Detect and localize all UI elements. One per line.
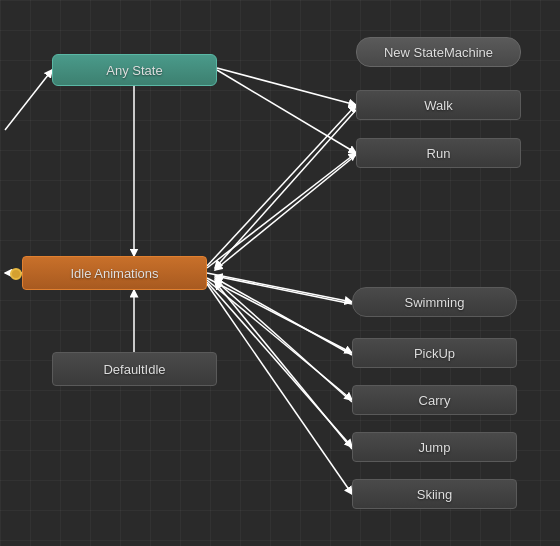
pickup-label: PickUp: [414, 346, 455, 361]
new-state-machine-node[interactable]: New StateMachine: [356, 37, 521, 67]
svg-line-4: [207, 105, 356, 266]
idle-animations-label: Idle Animations: [70, 266, 158, 281]
run-node[interactable]: Run: [356, 138, 521, 168]
svg-line-3: [217, 70, 356, 153]
walk-label: Walk: [424, 98, 452, 113]
pickup-node[interactable]: PickUp: [352, 338, 517, 368]
run-label: Run: [427, 146, 451, 161]
svg-line-12: [215, 110, 356, 268]
jump-node[interactable]: Jump: [352, 432, 517, 462]
svg-line-7: [207, 278, 352, 353]
svg-line-16: [215, 280, 352, 402]
svg-line-2: [217, 68, 356, 105]
default-idle-label: DefaultIdle: [103, 362, 165, 377]
svg-line-9: [207, 282, 352, 447]
walk-node[interactable]: Walk: [356, 90, 521, 120]
any-state-node[interactable]: Any State: [52, 54, 217, 86]
any-state-label: Any State: [106, 63, 162, 78]
svg-line-6: [207, 273, 352, 302]
svg-line-17: [215, 282, 352, 449]
skiing-label: Skiing: [417, 487, 452, 502]
svg-line-19: [5, 70, 52, 130]
svg-line-15: [215, 278, 352, 355]
exit-arrow-dot: [10, 268, 22, 280]
swimming-node[interactable]: Swimming: [352, 287, 517, 317]
default-idle-node[interactable]: DefaultIdle: [52, 352, 217, 386]
jump-label: Jump: [419, 440, 451, 455]
svg-line-14: [215, 276, 352, 304]
svg-line-13: [215, 155, 356, 270]
new-state-machine-label: New StateMachine: [384, 45, 493, 60]
carry-label: Carry: [419, 393, 451, 408]
svg-line-8: [207, 280, 352, 400]
skiing-node[interactable]: Skiing: [352, 479, 517, 509]
svg-line-5: [207, 153, 356, 268]
swimming-label: Swimming: [405, 295, 465, 310]
svg-line-10: [207, 284, 352, 494]
carry-node[interactable]: Carry: [352, 385, 517, 415]
idle-animations-node[interactable]: Idle Animations: [22, 256, 207, 290]
